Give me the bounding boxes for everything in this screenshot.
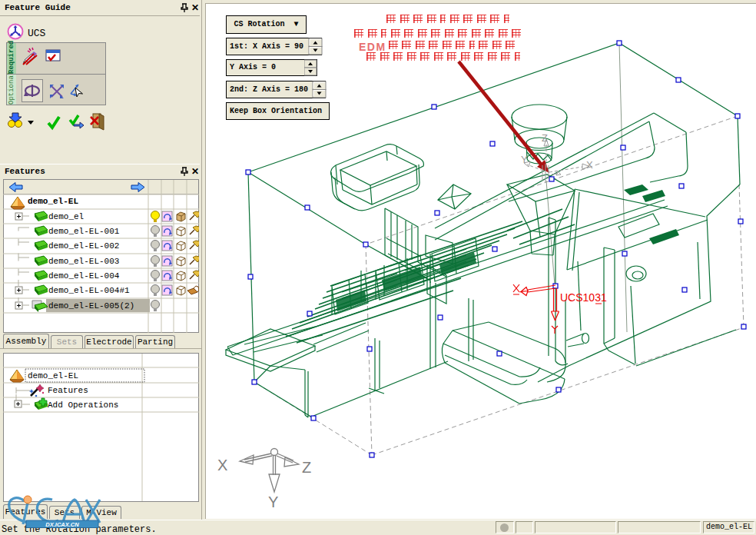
svg-text:X: X — [586, 159, 593, 171]
svg-text:X: X — [217, 457, 227, 474]
svg-text:Y: Y — [268, 493, 278, 510]
svg-text:Z: Z — [302, 459, 311, 476]
svg-text:DX.ICAX.CN: DX.ICAX.CN — [45, 521, 79, 528]
svg-text:UCS1031: UCS1031 — [560, 291, 607, 304]
svg-text:Z: Z — [542, 132, 548, 144]
svg-text:Y: Y — [521, 154, 528, 165]
